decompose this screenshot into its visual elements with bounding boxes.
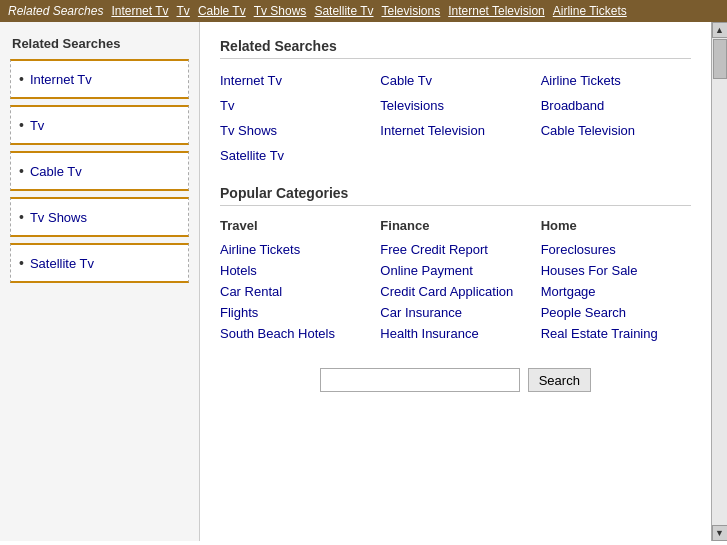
- sidebar-link[interactable]: Tv: [30, 118, 44, 133]
- related-search-link[interactable]: Cable Tv: [380, 71, 530, 90]
- sidebar-link[interactable]: Cable Tv: [30, 164, 82, 179]
- bullet: •: [19, 163, 24, 179]
- related-search-link[interactable]: Tv Shows: [220, 121, 370, 140]
- scroll-track[interactable]: [712, 38, 727, 525]
- related-search-link[interactable]: Internet Tv: [220, 71, 370, 90]
- category-link[interactable]: Houses For Sale: [541, 260, 691, 281]
- top-nav-label: Related Searches: [8, 4, 103, 18]
- top-nav-link[interactable]: Airline Tickets: [553, 4, 627, 18]
- sidebar-item[interactable]: •Internet Tv: [10, 59, 189, 99]
- category-header: Home: [541, 218, 691, 233]
- sidebar-item[interactable]: •Cable Tv: [10, 151, 189, 191]
- category-link[interactable]: Car Insurance: [380, 302, 530, 323]
- category-link[interactable]: Mortgage: [541, 281, 691, 302]
- search-input[interactable]: [320, 368, 520, 392]
- related-search-link[interactable]: Internet Television: [380, 121, 530, 140]
- top-nav-link[interactable]: Televisions: [382, 4, 441, 18]
- scrollbar[interactable]: ▲ ▼: [711, 22, 727, 541]
- sidebar-link[interactable]: Internet Tv: [30, 72, 92, 87]
- scroll-down-arrow[interactable]: ▼: [712, 525, 728, 541]
- sidebar: Related Searches •Internet Tv•Tv•Cable T…: [0, 22, 200, 541]
- top-nav-link[interactable]: Tv Shows: [254, 4, 307, 18]
- top-nav-link[interactable]: Internet Tv: [111, 4, 168, 18]
- category-link[interactable]: People Search: [541, 302, 691, 323]
- sidebar-link[interactable]: Satellite Tv: [30, 256, 94, 271]
- top-nav-bar: Related Searches Internet TvTvCable TvTv…: [0, 0, 727, 22]
- category-header: Travel: [220, 218, 370, 233]
- search-bar: Search: [220, 354, 691, 402]
- bullet: •: [19, 117, 24, 133]
- bullet: •: [19, 209, 24, 225]
- category-link[interactable]: Health Insurance: [380, 323, 530, 344]
- category-link[interactable]: Car Rental: [220, 281, 370, 302]
- category-column: TravelAirline TicketsHotelsCar RentalFli…: [220, 218, 370, 344]
- scroll-thumb[interactable]: [713, 39, 727, 79]
- top-nav-link[interactable]: Satellite Tv: [314, 4, 373, 18]
- top-nav-link[interactable]: Internet Television: [448, 4, 545, 18]
- related-search-link[interactable]: Televisions: [380, 96, 530, 115]
- top-nav-link[interactable]: Cable Tv: [198, 4, 246, 18]
- category-link[interactable]: Credit Card Application: [380, 281, 530, 302]
- category-link[interactable]: South Beach Hotels: [220, 323, 370, 344]
- category-link[interactable]: Real Estate Training: [541, 323, 691, 344]
- sidebar-title: Related Searches: [0, 30, 199, 59]
- category-link[interactable]: Hotels: [220, 260, 370, 281]
- bullet: •: [19, 71, 24, 87]
- category-column: FinanceFree Credit ReportOnline PaymentC…: [380, 218, 530, 344]
- related-search-link[interactable]: Tv: [220, 96, 370, 115]
- category-link[interactable]: Foreclosures: [541, 239, 691, 260]
- top-nav-link[interactable]: Tv: [177, 4, 190, 18]
- main-content: Related Searches Internet TvCable TvAirl…: [200, 22, 711, 541]
- related-search-link[interactable]: Satellite Tv: [220, 146, 370, 165]
- sidebar-item[interactable]: •Tv Shows: [10, 197, 189, 237]
- related-search-link[interactable]: Cable Television: [541, 121, 691, 140]
- categories-grid: TravelAirline TicketsHotelsCar RentalFli…: [220, 218, 691, 344]
- sidebar-item[interactable]: •Satellite Tv: [10, 243, 189, 283]
- search-button[interactable]: Search: [528, 368, 591, 392]
- related-searches-grid: Internet TvCable TvAirline TicketsTvTele…: [220, 71, 691, 165]
- category-header: Finance: [380, 218, 530, 233]
- sidebar-link[interactable]: Tv Shows: [30, 210, 87, 225]
- sidebar-item[interactable]: •Tv: [10, 105, 189, 145]
- category-link[interactable]: Airline Tickets: [220, 239, 370, 260]
- category-link[interactable]: Online Payment: [380, 260, 530, 281]
- scroll-up-arrow[interactable]: ▲: [712, 22, 728, 38]
- popular-categories-section: Popular Categories TravelAirline Tickets…: [220, 185, 691, 344]
- popular-categories-title: Popular Categories: [220, 185, 691, 206]
- related-search-link[interactable]: Broadband: [541, 96, 691, 115]
- category-column: HomeForeclosuresHouses For SaleMortgageP…: [541, 218, 691, 344]
- related-search-link[interactable]: Airline Tickets: [541, 71, 691, 90]
- related-searches-title: Related Searches: [220, 38, 691, 59]
- bullet: •: [19, 255, 24, 271]
- category-link[interactable]: Free Credit Report: [380, 239, 530, 260]
- category-link[interactable]: Flights: [220, 302, 370, 323]
